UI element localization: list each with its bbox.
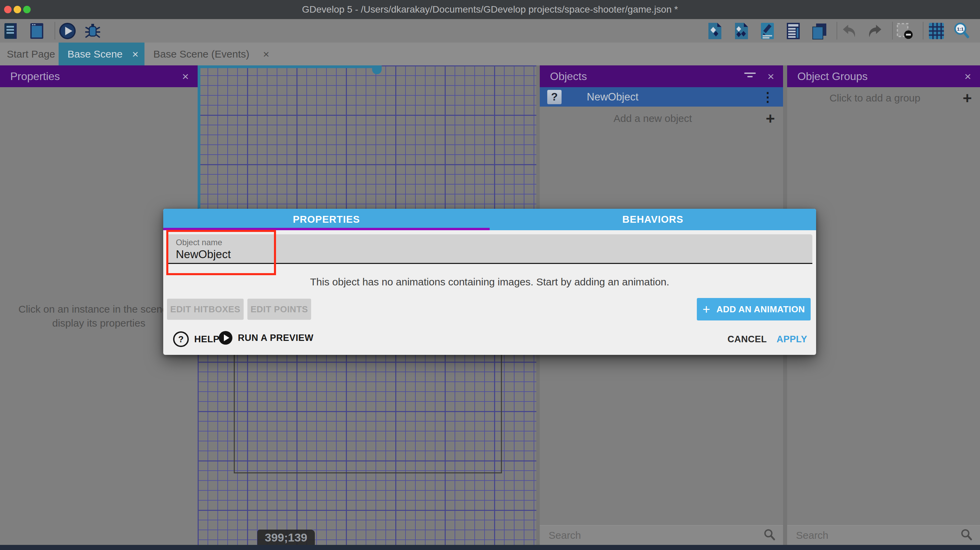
tab-label: Base Scene (Events) — [153, 48, 250, 60]
close-panel-icon[interactable]: × — [182, 70, 189, 82]
object-menu-kebab-icon[interactable]: ⋮ — [761, 90, 774, 103]
object-list-item-selected[interactable]: ? NewObject ⋮ — [540, 87, 783, 106]
start-page-icon[interactable] — [28, 21, 46, 41]
cancel-button[interactable]: CANCEL — [727, 334, 767, 345]
panel-title: Object Groups — [797, 70, 867, 83]
apply-button[interactable]: APPLY — [776, 334, 807, 345]
close-tab-icon[interactable]: × — [263, 49, 269, 60]
instances-list-icon[interactable] — [784, 21, 802, 41]
filter-icon[interactable] — [744, 71, 756, 81]
add-group-plus-icon[interactable]: + — [963, 90, 972, 106]
main-toolbar: 1:1 — [0, 19, 980, 43]
add-object-plus-icon[interactable]: + — [766, 111, 775, 126]
editor-tab-bar: Start Page Base Scene × Base Scene (Even… — [0, 43, 980, 65]
deselect-instances-icon[interactable] — [896, 21, 914, 41]
tab-label: Base Scene — [67, 48, 123, 60]
edit-points-button[interactable]: EDIT POINTS — [247, 299, 311, 320]
layers-editor-icon[interactable] — [810, 21, 828, 41]
active-tab-indicator — [163, 228, 490, 230]
tab-label: Start Page — [7, 48, 55, 60]
search-icon[interactable] — [960, 529, 972, 542]
object-groups-search-input[interactable] — [795, 529, 960, 542]
search-icon[interactable] — [763, 529, 776, 542]
window-title: GDevelop 5 - /Users/dkarakay/Documents/G… — [0, 0, 980, 19]
help-icon: ? — [173, 331, 189, 347]
project-manager-icon[interactable] — [3, 21, 21, 41]
zoom-1to1-icon[interactable]: 1:1 — [953, 21, 970, 41]
toolbar-separator — [923, 22, 923, 40]
preview-icon[interactable] — [59, 21, 76, 41]
svg-text:1:1: 1:1 — [957, 27, 964, 32]
dialog-tab-bar: PROPERTIES BEHAVIORS — [163, 209, 816, 230]
plus-icon: + — [703, 303, 711, 316]
toolbar-separator — [54, 22, 55, 40]
object-editor-dialog: PROPERTIES BEHAVIORS Object name NewObje… — [163, 209, 816, 355]
objects-editor-icon[interactable] — [706, 21, 724, 41]
grid-icon[interactable] — [928, 21, 945, 41]
close-panel-icon[interactable]: × — [964, 70, 971, 82]
close-panel-icon[interactable]: × — [767, 70, 774, 82]
tab-base-scene-events[interactable]: Base Scene (Events) × — [146, 43, 276, 65]
add-animation-button[interactable]: + ADD AN ANIMATION — [697, 298, 811, 320]
undo-icon[interactable] — [840, 21, 858, 41]
objects-panel-header: Objects × — [540, 65, 783, 87]
edit-hitboxes-button[interactable]: EDIT HITBOXES — [167, 299, 243, 320]
add-animation-label: ADD AN ANIMATION — [716, 304, 805, 315]
object-thumbnail-icon: ? — [547, 90, 562, 104]
panel-title: Properties — [10, 70, 60, 83]
objects-search-input[interactable] — [548, 529, 763, 542]
tab-start-page[interactable]: Start Page — [0, 43, 62, 65]
properties-editor-icon[interactable] — [759, 21, 776, 41]
close-tab-icon[interactable]: × — [132, 49, 139, 60]
canvas-scrollbar-handle[interactable] — [372, 65, 382, 74]
debug-icon[interactable] — [84, 21, 102, 41]
add-group-label: Click to add a group — [787, 92, 963, 104]
help-label: HELP — [194, 334, 220, 345]
toolbar-separator — [892, 22, 893, 40]
redo-icon[interactable] — [866, 21, 884, 41]
object-groups-search-bar — [787, 525, 980, 545]
title-bar: GDevelop 5 - /Users/dkarakay/Documents/G… — [0, 0, 980, 19]
objects-search-bar — [540, 525, 783, 545]
object-name-field[interactable]: Object name NewObject — [167, 234, 812, 264]
play-icon — [219, 331, 232, 345]
toolbar-separator — [837, 22, 837, 40]
dialog-tab-properties[interactable]: PROPERTIES — [163, 209, 490, 230]
dialog-tab-behaviors[interactable]: BEHAVIORS — [490, 209, 816, 230]
object-name-value: NewObject — [176, 248, 231, 261]
window-bottom-edge — [0, 545, 980, 550]
no-animation-message: This object has no animations containing… — [163, 276, 816, 288]
canvas-horizontal-scrollbar[interactable] — [197, 65, 378, 68]
help-button[interactable]: ? HELP — [173, 331, 220, 347]
canvas-vertical-scrollbar[interactable] — [197, 65, 200, 208]
object-groups-editor-icon[interactable] — [733, 21, 750, 41]
panel-title: Objects — [550, 70, 587, 83]
add-object-label: Add a new object — [540, 113, 766, 124]
properties-panel-header: Properties × — [0, 65, 197, 87]
object-name: NewObject — [587, 91, 761, 103]
run-preview-button[interactable]: RUN A PREVIEW — [219, 331, 313, 345]
add-object-row[interactable]: Add a new object + — [540, 106, 783, 130]
object-groups-panel-header: Object Groups × — [787, 65, 980, 87]
run-preview-label: RUN A PREVIEW — [238, 333, 313, 343]
cursor-coordinates-badge: 399;139 — [257, 529, 315, 545]
tab-base-scene[interactable]: Base Scene × — [59, 43, 145, 65]
object-name-label: Object name — [176, 238, 222, 247]
add-group-row[interactable]: Click to add a group + — [787, 87, 980, 109]
